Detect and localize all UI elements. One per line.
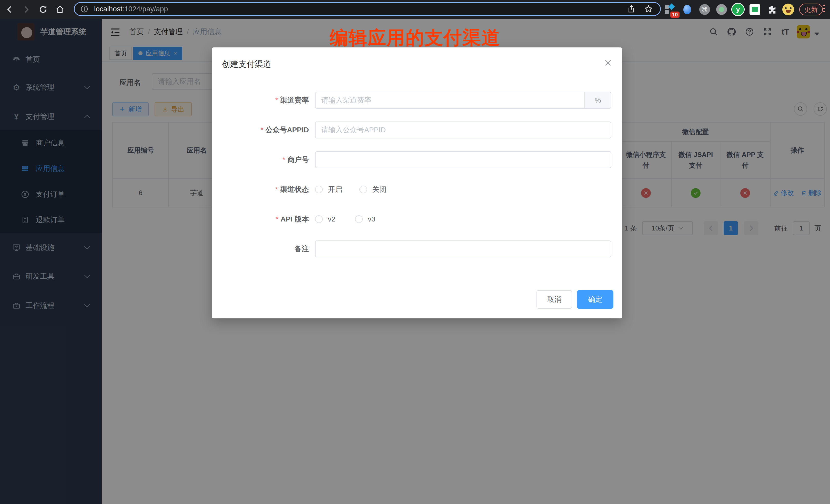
form-row-merchant-id: *商户号 [212,151,622,168]
merchant-id-input[interactable] [315,151,611,168]
create-pay-channel-dialog: 创建支付渠道 *渠道费率 % *公众号APPID *商户号 *渠道状态 开启 关… [212,48,622,318]
browser-menu-icon[interactable] [823,5,825,12]
forward-icon [22,5,31,14]
browser-profile-avatar[interactable] [781,3,795,17]
bookmark-star-icon[interactable] [644,5,653,13]
extension-recorder-icon[interactable] [715,3,729,17]
site-info-icon[interactable] [80,5,89,13]
confirm-button[interactable]: 确定 [577,290,613,309]
status-on-label[interactable]: 开启 [328,181,342,198]
rate-suffix: % [584,92,611,108]
browser-back-button[interactable] [4,4,15,15]
annotation-text: 编辑应用的支付渠道 [0,26,830,50]
share-icon[interactable] [627,5,635,13]
extension-devtools-icon[interactable]: 10 [663,3,677,17]
extension-command-icon[interactable]: ⌘ [698,3,711,17]
api-v3-label[interactable]: v3 [368,211,376,228]
extension-balloon-icon[interactable] [680,3,694,17]
reload-icon [39,5,47,14]
browser-home-button[interactable] [54,4,66,15]
dialog-title: 创建支付渠道 [222,59,271,70]
form-row-rate: *渠道费率 % [212,92,622,109]
extension-vue-devtools-icon[interactable]: y [731,3,745,17]
browser-reload-button[interactable] [37,4,49,15]
form-row-appid: *公众号APPID [212,122,622,138]
required-asterisk: * [283,156,285,163]
status-off-radio[interactable] [359,186,367,193]
home-icon [56,5,64,14]
close-icon [604,59,612,67]
api-v2-radio[interactable] [315,215,323,223]
form-row-status: *渠道状态 开启 关闭 [212,181,622,198]
required-asterisk: * [275,96,278,104]
form-row-api-version: *API 版本 v2 v3 [212,211,622,228]
url-text: localhost:1024/pay/app [94,5,168,13]
status-on-radio[interactable] [315,186,323,193]
browser-forward-button[interactable] [21,4,32,15]
rate-input[interactable] [316,92,584,108]
dialog-close-button[interactable] [602,57,614,69]
back-icon [5,5,14,14]
status-off-label[interactable]: 关闭 [372,181,387,198]
form-row-remark: 备注 [212,241,622,257]
extension-chat-icon[interactable] [748,3,762,17]
required-asterisk: * [275,185,278,193]
rate-input-group: % [315,92,611,109]
remark-input[interactable] [315,241,611,257]
browser-update-button[interactable]: 更新 [799,4,823,15]
cancel-button[interactable]: 取消 [537,290,572,309]
extensions-puzzle-icon[interactable] [765,3,779,17]
browser-chrome: localhost:1024/pay/app 10 ⌘ y [0,0,830,19]
appid-input[interactable] [315,122,611,138]
required-asterisk: * [261,126,263,134]
api-v2-label[interactable]: v2 [328,211,336,228]
required-asterisk: * [276,215,279,223]
url-bar[interactable]: localhost:1024/pay/app [74,2,661,16]
api-v3-radio[interactable] [355,215,363,223]
extension-badge: 10 [670,11,679,18]
